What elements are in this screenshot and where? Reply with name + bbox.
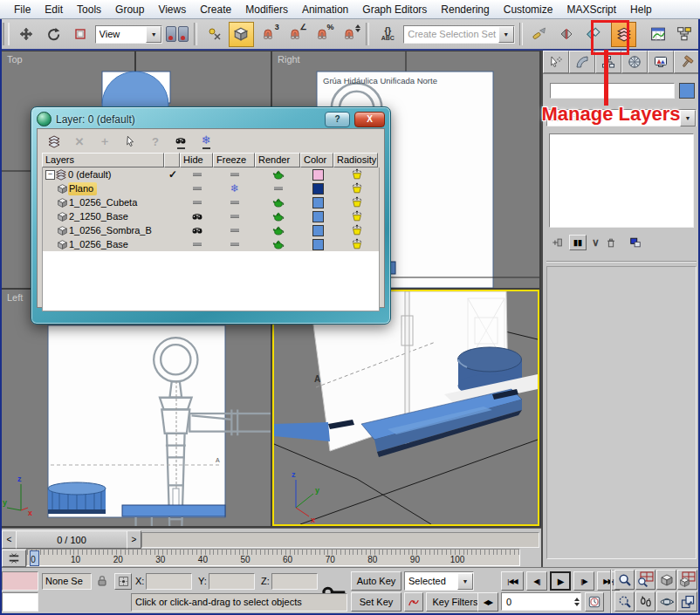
zoom-button[interactable]	[614, 570, 635, 590]
select-by-name-button[interactable]	[527, 22, 552, 47]
key-selection-dropdown[interactable]: Selected ▼	[404, 571, 474, 591]
radiosity-cell[interactable]	[334, 237, 379, 251]
time-slider[interactable]: 0 / 100	[16, 530, 127, 549]
viewport-left[interactable]: Left A z y x	[2, 290, 271, 526]
go-to-start-button[interactable]: |◀◀	[501, 571, 524, 591]
menu-item-edit[interactable]: Edit	[38, 2, 70, 17]
default-in-out-tangents-button[interactable]	[404, 592, 423, 612]
auto-key-button[interactable]: Auto Key	[351, 571, 401, 591]
menu-item-tools[interactable]: Tools	[70, 2, 108, 17]
selection-set-dropdown[interactable]: Create Selection Set ▼	[403, 25, 514, 44]
zoom-all-button[interactable]	[635, 570, 655, 590]
column-header-color[interactable]: Color	[300, 153, 333, 167]
layer-color-swatch[interactable]	[312, 211, 324, 222]
freeze-toggle-cell[interactable]	[214, 223, 256, 237]
column-header-render[interactable]: Render	[255, 153, 300, 167]
color-cell[interactable]	[301, 195, 334, 209]
tab-create[interactable]	[543, 51, 569, 73]
curve-editor-button[interactable]	[645, 22, 670, 47]
next-frame-button[interactable]: ||▶	[573, 571, 594, 591]
freeze-toggle-cell[interactable]	[214, 167, 256, 181]
freeze-toggle-cell[interactable]	[214, 237, 256, 251]
render-toggle-cell[interactable]	[256, 223, 301, 237]
z-coord-field[interactable]	[271, 573, 318, 590]
percent-snap-button[interactable]: %	[310, 22, 335, 47]
tab-utilities[interactable]	[674, 51, 700, 73]
layer-row[interactable]: 2_1250_Base	[43, 209, 379, 223]
named-selection-sets-button[interactable]: {} ABC	[374, 22, 401, 47]
delete-layer-button[interactable]: ✕	[72, 135, 87, 148]
zoom-region-button[interactable]	[614, 591, 635, 612]
select-manipulate-button[interactable]	[202, 22, 227, 47]
angle-snap-button[interactable]: ∠	[283, 22, 308, 47]
menu-item-views[interactable]: Views	[151, 2, 193, 17]
set-key-button[interactable]: Set Key	[351, 592, 401, 612]
toolbar-grip[interactable]	[3, 23, 10, 45]
layer-color-swatch[interactable]	[312, 183, 324, 195]
maximize-viewport-toggle[interactable]	[677, 591, 697, 612]
render-toggle-cell[interactable]	[256, 237, 301, 251]
configure-modifier-sets-icon[interactable]	[629, 236, 642, 249]
current-layer-cell[interactable]: ✓	[165, 167, 181, 181]
select-scale-button[interactable]	[68, 22, 93, 47]
reference-coordsys-dropdown[interactable]: View ▼	[95, 25, 163, 44]
time-slider-track[interactable]	[141, 532, 539, 548]
dialog-titlebar[interactable]: Layer: 0 (default) ? X	[37, 110, 385, 128]
column-header-freeze[interactable]: Freeze	[213, 153, 255, 167]
dialog-close-button[interactable]: X	[354, 112, 385, 127]
column-header-hide[interactable]: Hide	[180, 153, 213, 167]
snaps-toggle-button[interactable]	[229, 22, 254, 47]
open-mini-curve-editor-button[interactable]	[2, 550, 26, 567]
layer-name-cell[interactable]: 1_0256_Base	[43, 237, 165, 251]
hide-unhide-all-button[interactable]	[173, 134, 189, 149]
viewport-perspective[interactable]: A	[272, 290, 539, 526]
zoom-extents-all-button[interactable]	[677, 570, 697, 590]
use-pivot-center-button[interactable]	[164, 22, 189, 47]
menu-item-maxscript[interactable]: MAXScript	[559, 2, 623, 17]
hide-toggle-cell[interactable]	[181, 237, 214, 251]
color-cell[interactable]	[301, 223, 334, 237]
menu-item-graph-editors[interactable]: Graph Editors	[355, 2, 434, 17]
layer-row[interactable]: Plano❄	[43, 181, 379, 195]
current-layer-cell[interactable]	[165, 223, 181, 237]
menu-item-group[interactable]: Group	[108, 2, 151, 17]
menu-item-help[interactable]: Help	[623, 2, 659, 17]
x-coord-field[interactable]	[146, 573, 192, 590]
dialog-help-button[interactable]: ?	[325, 112, 350, 127]
render-toggle-cell[interactable]	[256, 167, 301, 181]
y-coord-field[interactable]	[209, 573, 255, 590]
current-layer-cell[interactable]	[165, 181, 181, 195]
layer-name-cell[interactable]: Plano	[43, 181, 165, 195]
object-color-swatch[interactable]	[679, 83, 695, 99]
current-layer-cell[interactable]	[165, 209, 181, 223]
current-frame-field[interactable]: 0	[501, 592, 581, 611]
key-selection-arrow[interactable]: ▼	[457, 573, 473, 590]
next-frame-arrow[interactable]: >	[127, 530, 141, 549]
coordsys-dropdown-arrow[interactable]: ▼	[146, 26, 161, 43]
layer-name-cell[interactable]: 1_0256_Sombra_B	[43, 223, 165, 237]
freeze-unfreeze-all-button[interactable]: ❄	[198, 133, 214, 149]
menu-item-animation[interactable]: Animation	[295, 2, 355, 17]
select-move-button[interactable]	[14, 22, 39, 47]
layer-name-cell[interactable]: 2_1250_Base	[43, 209, 165, 223]
layer-name-cell[interactable]: −0 (default)	[43, 167, 165, 181]
layer-row[interactable]: 1_0256_Cubeta	[43, 195, 379, 209]
remove-modifier-icon[interactable]	[605, 236, 617, 249]
schematic-view-button[interactable]	[672, 22, 697, 47]
color-cell[interactable]	[301, 209, 334, 223]
highlight-layer-button[interactable]: ?	[148, 135, 163, 148]
frame-spinner[interactable]	[573, 595, 580, 609]
radiosity-cell[interactable]	[334, 181, 379, 195]
column-header-blank[interactable]	[164, 153, 180, 167]
expand-toggle-icon[interactable]: −	[45, 170, 55, 180]
key-mode-toggle[interactable]: ◀▶	[477, 592, 498, 612]
absolute-offset-toggle[interactable]	[114, 573, 132, 590]
radiosity-cell[interactable]	[334, 195, 379, 209]
render-toggle-cell[interactable]	[256, 209, 301, 223]
track-bar-ruler[interactable]: 0102030405060708090100	[26, 549, 520, 566]
column-header-layers[interactable]: Layers	[42, 153, 164, 167]
render-toggle-cell[interactable]	[256, 195, 301, 209]
macro-recorder-line[interactable]	[2, 571, 38, 591]
spinner-snap-button[interactable]	[337, 22, 362, 47]
zoom-extents-button[interactable]	[656, 570, 676, 590]
